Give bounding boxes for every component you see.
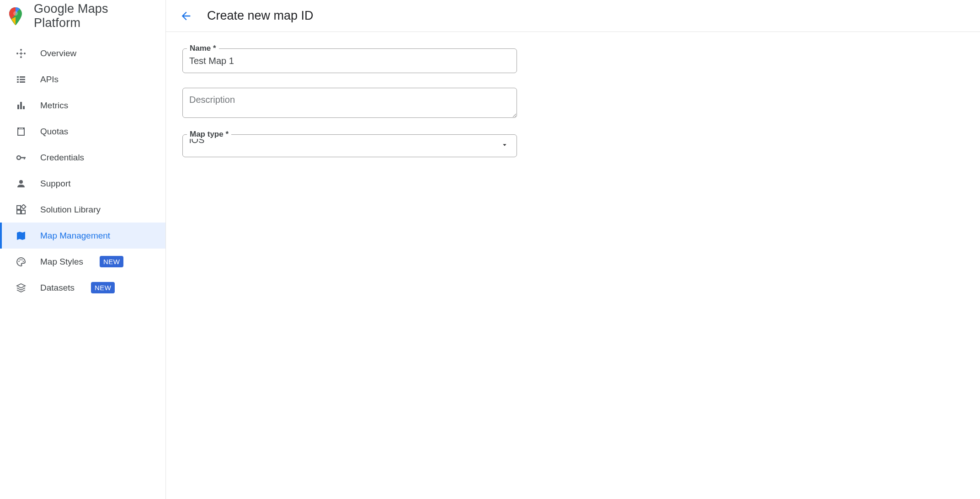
map-type-select[interactable]: iOS: [182, 134, 517, 157]
svg-point-27: [18, 260, 20, 262]
new-badge: NEW: [100, 256, 124, 267]
sidebar-nav: Overview APIs Metrics Quot: [0, 32, 165, 301]
sidebar-item-map-styles[interactable]: Map Styles NEW: [0, 249, 165, 275]
sidebar: Google Maps Platform Overview APIs: [0, 0, 166, 499]
svg-point-19: [17, 156, 21, 159]
sidebar-item-label: Credentials: [40, 153, 84, 163]
sidebar-item-overview[interactable]: Overview: [0, 40, 165, 66]
svg-point-22: [19, 180, 23, 184]
svg-rect-17: [21, 128, 21, 129]
description-field: [182, 88, 517, 120]
sidebar-title: Google Maps Platform: [34, 2, 156, 30]
map-management-icon: [15, 229, 27, 242]
svg-point-0: [13, 11, 18, 16]
sidebar-item-label: Map Styles: [40, 257, 83, 267]
quotas-icon: [15, 125, 27, 138]
new-badge: NEW: [91, 282, 115, 293]
map-type-field: Map type * iOS: [182, 134, 517, 157]
map-type-label: Map type *: [187, 130, 231, 139]
svg-point-28: [20, 259, 21, 260]
svg-point-2: [20, 49, 22, 51]
sidebar-item-label: APIs: [40, 74, 59, 85]
svg-rect-24: [17, 210, 21, 214]
svg-rect-26: [21, 204, 26, 209]
description-input[interactable]: [182, 88, 517, 118]
svg-rect-10: [17, 81, 19, 83]
page-title: Create new map ID: [207, 9, 314, 23]
svg-rect-7: [20, 76, 25, 78]
name-label: Name *: [187, 44, 219, 53]
svg-point-5: [20, 56, 22, 58]
svg-rect-8: [17, 79, 19, 80]
sidebar-item-label: Datasets: [40, 283, 75, 293]
svg-rect-6: [17, 76, 19, 78]
svg-rect-9: [20, 79, 25, 80]
datasets-icon: [15, 281, 27, 294]
svg-rect-23: [17, 206, 21, 209]
sidebar-item-quotas[interactable]: Quotas: [0, 118, 165, 144]
google-maps-logo-icon: [9, 7, 22, 25]
svg-rect-25: [21, 210, 25, 214]
svg-point-4: [24, 53, 26, 54]
apis-icon: [15, 73, 27, 86]
sidebar-item-credentials[interactable]: Credentials: [0, 144, 165, 170]
sidebar-item-datasets[interactable]: Datasets NEW: [0, 275, 165, 301]
main-content: Create new map ID Name * Map type * iOS: [166, 0, 980, 499]
name-input[interactable]: [182, 48, 517, 73]
sidebar-item-metrics[interactable]: Metrics: [0, 92, 165, 118]
sidebar-item-label: Solution Library: [40, 205, 101, 215]
map-styles-icon: [15, 255, 27, 268]
name-field: Name *: [182, 48, 517, 73]
sidebar-item-label: Quotas: [40, 127, 68, 137]
svg-point-3: [16, 53, 18, 54]
sidebar-item-solution-library[interactable]: Solution Library: [0, 196, 165, 223]
back-button[interactable]: [178, 8, 194, 24]
solution-library-icon: [15, 203, 27, 216]
svg-point-29: [21, 259, 23, 260]
metrics-icon: [15, 99, 27, 112]
svg-rect-11: [20, 81, 25, 83]
svg-rect-13: [20, 102, 22, 109]
sidebar-item-label: Map Management: [40, 231, 110, 241]
svg-rect-21: [24, 157, 25, 159]
main-header: Create new map ID: [166, 0, 980, 32]
svg-rect-14: [23, 106, 25, 109]
sidebar-item-label: Overview: [40, 48, 76, 58]
sidebar-item-label: Support: [40, 179, 71, 189]
support-icon: [15, 177, 27, 190]
svg-rect-16: [19, 128, 20, 129]
create-map-form: Name * Map type * iOS: [166, 32, 980, 188]
arrow-left-icon: [180, 10, 192, 22]
sidebar-item-apis[interactable]: APIs: [0, 66, 165, 92]
sidebar-item-label: Metrics: [40, 101, 68, 111]
svg-rect-12: [17, 105, 19, 109]
sidebar-header: Google Maps Platform: [0, 0, 165, 32]
sidebar-item-support[interactable]: Support: [0, 170, 165, 196]
overview-icon: [15, 47, 27, 60]
svg-rect-18: [22, 128, 23, 129]
credentials-icon: [15, 151, 27, 164]
sidebar-item-map-management[interactable]: Map Management: [0, 223, 165, 249]
svg-point-30: [23, 260, 24, 262]
